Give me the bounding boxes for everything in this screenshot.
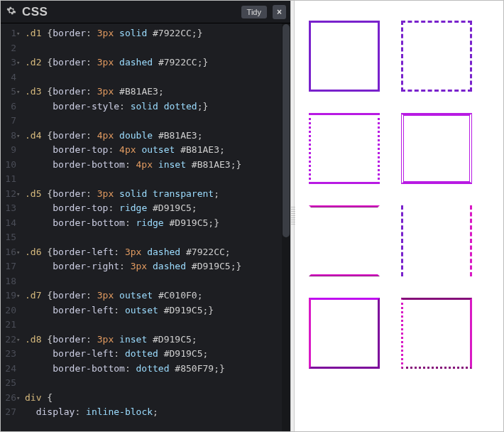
code-line [25, 230, 290, 245]
code-line: border-style: solid dotted;} [25, 99, 290, 114]
fold-icon[interactable]: ▾ [16, 55, 20, 70]
tidy-button[interactable]: Tidy [241, 6, 267, 18]
demo-box-d8 [401, 298, 472, 369]
code-line: .d2 {border: 3px dashed #7922CC;} [25, 55, 290, 70]
line-number: 4 [1, 70, 16, 85]
pane-splitter[interactable] [290, 1, 295, 431]
code-line: div { [25, 391, 290, 406]
line-number: 20 [1, 303, 16, 318]
code-line: .d6 {border-left: 3px dashed #7922CC; [25, 245, 290, 260]
code-line: border-left: outset #D919C5;} [25, 303, 290, 318]
fold-icon[interactable]: ▾ [16, 26, 20, 41]
line-number: 18 [1, 274, 16, 289]
line-number: 10 [1, 158, 16, 173]
line-number: 27 [1, 405, 16, 420]
demo-box-d5 [309, 205, 380, 276]
line-number: 12 [1, 187, 16, 202]
preview-pane [295, 1, 503, 431]
code-line: .d1 {border: 3px solid #7922CC;} [25, 26, 290, 41]
app-root: CSS Tidy × 12345678910111213141516171819… [0, 0, 504, 432]
line-number: 24 [1, 362, 16, 377]
demo-box-d4 [401, 113, 472, 184]
code-line: .d3 {border: 3px #B81AE3; [25, 85, 290, 99]
preview-grid [309, 21, 489, 369]
fold-icon[interactable]: ▾ [16, 288, 20, 303]
line-number: 1 [1, 26, 16, 41]
line-number: 3 [1, 55, 16, 70]
line-number: 26 [1, 391, 16, 406]
line-number: 16 [1, 245, 16, 260]
code-area[interactable]: 1234567891011121314151617181920212223242… [1, 23, 290, 431]
code-line [25, 41, 290, 56]
line-number: 23 [1, 347, 16, 362]
code-line: .d5 {border: 3px solid transparent; [25, 187, 290, 202]
fold-icon[interactable]: ▾ [16, 333, 20, 347]
code-line [25, 114, 290, 129]
line-number: 8 [1, 129, 16, 144]
code-line [25, 318, 290, 333]
line-number: 15 [1, 230, 16, 245]
gear-icon[interactable] [6, 6, 16, 18]
close-button[interactable]: × [273, 5, 286, 19]
code-line: display: inline-block; [25, 405, 290, 420]
line-number: 17 [1, 259, 16, 274]
code-line [25, 274, 290, 289]
splitter-grip-icon [291, 207, 295, 225]
fold-icon[interactable]: ▾ [16, 245, 20, 260]
line-number: 19 [1, 288, 16, 303]
code-line: .d4 {border: 4px double #B81AE3; [25, 129, 290, 144]
fold-icon[interactable]: ▾ [16, 391, 20, 406]
line-number: 14 [1, 216, 16, 231]
demo-box-d7 [309, 298, 380, 369]
code-line: .d7 {border: 3px outset #C010F0; [25, 288, 290, 303]
scrollbar-thumb[interactable] [283, 24, 290, 237]
code-line: .d8 {border: 3px inset #D919C5; [25, 333, 290, 347]
line-number: 22 [1, 333, 16, 347]
demo-box-d3 [309, 113, 380, 184]
line-number: 2 [1, 41, 16, 56]
code-line: border-top: 4px outset #B81AE3; [25, 143, 290, 158]
line-number: 7 [1, 114, 16, 129]
fold-icon[interactable]: ▾ [16, 85, 20, 99]
code-line [25, 376, 290, 391]
line-number: 11 [1, 172, 16, 187]
code-line [25, 70, 290, 85]
css-editor-pane: CSS Tidy × 12345678910111213141516171819… [1, 1, 290, 431]
code-line: border-bottom: 4px inset #B81AE3;} [25, 158, 290, 173]
line-number: 25 [1, 376, 16, 391]
line-number: 9 [1, 143, 16, 158]
code-line: border-left: dotted #D919C5; [25, 347, 290, 362]
code-source[interactable]: .d1 {border: 3px solid #7922CC;}.d2 {bor… [21, 23, 290, 431]
demo-box-d1 [309, 21, 380, 92]
code-line: border-right: 3px dashed #D919C5;} [25, 259, 290, 274]
code-line: border-top: ridge #D919C5; [25, 201, 290, 216]
code-line [25, 172, 290, 187]
line-number: 13 [1, 201, 16, 216]
code-line: border-bottom: dotted #850F79;} [25, 362, 290, 377]
line-number: 5 [1, 85, 16, 99]
demo-box-d2 [401, 21, 472, 92]
line-number: 6 [1, 99, 16, 114]
editor-title: CSS [22, 5, 236, 19]
fold-icon[interactable]: ▾ [16, 129, 20, 144]
code-line: border-bottom: ridge #D919C5;} [25, 216, 290, 231]
line-number: 21 [1, 318, 16, 333]
fold-icon[interactable]: ▾ [16, 187, 20, 202]
demo-box-d6 [401, 205, 472, 276]
editor-header: CSS Tidy × [1, 1, 290, 23]
scrollbar-track[interactable] [282, 23, 290, 431]
